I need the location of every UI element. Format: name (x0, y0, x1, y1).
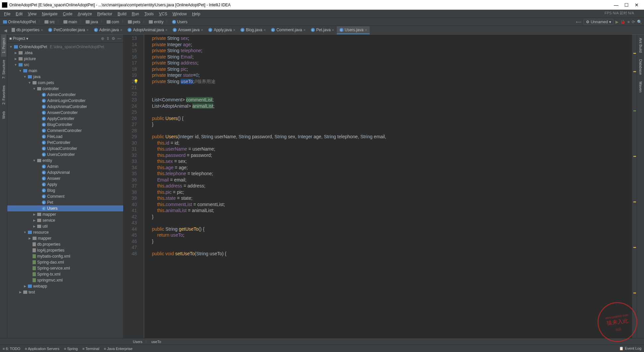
tree-item-comment[interactable]: CComment (7, 193, 123, 199)
project-gear-icon[interactable]: ⚙ (112, 36, 115, 41)
stop-button[interactable]: ■ (627, 20, 630, 24)
menu-build[interactable]: Build (116, 11, 129, 17)
tree-item--idea[interactable]: ▶.idea (7, 50, 123, 56)
maximize-button[interactable]: ☐ (624, 2, 629, 8)
tab-close-icon[interactable]: × (264, 28, 266, 32)
code-editor[interactable]: 13141516171819💡2021222324252627282930313… (124, 35, 637, 338)
breadcrumb-item[interactable]: OnlineAdoptPet (2, 19, 37, 25)
project-hide-icon[interactable]: — (117, 36, 121, 41)
update-button[interactable]: ⟳ (632, 20, 635, 24)
breadcrumb-item[interactable]: src (44, 19, 56, 25)
tree-item-webapp[interactable]: ▶webapp (7, 283, 123, 289)
breadcrumb-item[interactable]: C Users (171, 19, 188, 25)
breadcrumb-item[interactable]: pets (127, 19, 141, 25)
menu-run[interactable]: Run (130, 11, 141, 17)
tree-item-pet[interactable]: CPet (7, 199, 123, 205)
tree-item-test[interactable]: ▶test (7, 289, 123, 295)
tree-item-picture[interactable]: ▶picture (7, 56, 123, 62)
tab-scroll-left[interactable]: ◀ (2, 27, 9, 34)
tab-users-java[interactable]: CUsers.java× (337, 26, 370, 34)
left-tab----favorites[interactable]: 2: Favorites (1, 82, 6, 108)
menu-help[interactable]: Help (190, 11, 202, 17)
tree-item-java[interactable]: ▼java (7, 74, 123, 80)
tree-item-spring-service-xml[interactable]: Spring-service.xml (7, 265, 123, 271)
event-log-button[interactable]: 📋 Event Log (619, 346, 641, 351)
tab-pet-java[interactable]: CPet.java× (308, 26, 337, 34)
menu-file[interactable]: File (2, 11, 12, 17)
tree-item-fileload[interactable]: CFileLoad (7, 134, 123, 140)
left-tab----project[interactable]: 1: Project (1, 35, 6, 57)
menu-refactor[interactable]: Refactor (95, 11, 114, 17)
tree-item-entity[interactable]: ▼entity (7, 158, 123, 164)
editor-breadcrumb-item[interactable]: Users (133, 340, 142, 344)
bottom-tab-terminal[interactable]: ≡ Terminal (82, 347, 99, 351)
tab-close-icon[interactable]: × (233, 28, 235, 32)
tree-item-blog[interactable]: CBlog (7, 187, 123, 193)
tab-close-icon[interactable]: × (120, 28, 122, 32)
menu-tools[interactable]: Tools (142, 11, 156, 17)
tab-close-icon[interactable]: × (165, 28, 167, 32)
lightbulb-icon[interactable]: 💡 (134, 78, 138, 85)
tree-item-util[interactable]: ▶util (7, 223, 123, 229)
tree-item-springmvc-xml[interactable]: springmvc.xml (7, 277, 123, 283)
tab-close-icon[interactable]: × (332, 28, 334, 32)
bottom-tab-java-enterprise[interactable]: ≡ Java Enterprise (104, 347, 133, 351)
menu-vcs[interactable]: VCS (157, 11, 169, 17)
tab-db-properties[interactable]: db.properties× (9, 26, 46, 34)
project-view-dropdown[interactable]: ■ Project ▾ (9, 36, 28, 41)
breadcrumb-item[interactable]: entity (148, 19, 164, 25)
tree-item-admincontroller[interactable]: CAdminController (7, 92, 123, 98)
right-tab-database[interactable]: Database (638, 56, 643, 78)
tree-item-users[interactable]: CUsers (7, 205, 123, 211)
project-tree[interactable]: ▼OnlineAdoptPetE:\idea_space\OnlineAdopt… (7, 43, 123, 338)
tab-blog-java[interactable]: CBlog.java× (238, 26, 268, 34)
tree-item-src[interactable]: ▼src (7, 62, 123, 68)
menu-window[interactable]: Window (170, 11, 189, 17)
menu-code[interactable]: Code (61, 11, 74, 17)
tree-item-adoptanimalcontroller[interactable]: CAdoptAnimalController (7, 104, 123, 110)
tree-item-onlineadoptpet[interactable]: ▼OnlineAdoptPetE:\idea_space\OnlineAdopt… (7, 44, 123, 50)
breadcrumb-item[interactable]: main (62, 19, 78, 25)
left-tab----structure[interactable]: 7: Structure (1, 57, 6, 82)
bottom-tab-application-servers[interactable]: ≡ Application Servers (25, 347, 59, 351)
tree-item-commentcontroller[interactable]: CCommentController (7, 128, 123, 134)
right-tab-maven[interactable]: Maven (638, 78, 643, 96)
right-tab-ant-build[interactable]: Ant Build (638, 35, 643, 56)
tree-item-main[interactable]: ▼main (7, 68, 123, 74)
tree-item-mybatis-config-xml[interactable]: mybatis-config.xml (7, 253, 123, 259)
editor-scrollbar[interactable] (632, 35, 637, 338)
menu-view[interactable]: View (26, 11, 39, 17)
tree-item-userscontroller[interactable]: CUsersController (7, 152, 123, 158)
tree-item-answer[interactable]: CAnswer (7, 176, 123, 181)
tree-item-answercontroller[interactable]: CAnswerController (7, 110, 123, 116)
tab-close-icon[interactable]: × (86, 28, 88, 32)
tab-apply-java[interactable]: CApply.java× (206, 26, 238, 34)
tree-item-spring-dao-xml[interactable]: Spring-dao.xml (7, 259, 123, 265)
debug-button[interactable]: 🐞 (620, 20, 625, 24)
project-collapse-icon[interactable]: ⇕ (106, 36, 110, 41)
tree-item-resource[interactable]: ▼resource (7, 229, 123, 235)
tree-item-com-pets[interactable]: ▼com.pets (7, 80, 123, 86)
back-button[interactable]: ⟵ (576, 20, 582, 24)
tree-item-adminlogincontroller[interactable]: CAdminLoginController (7, 98, 123, 104)
menu-navigate[interactable]: Navigate (40, 11, 59, 17)
tab-adoptanimal-java[interactable]: CAdoptAnimal.java× (125, 26, 170, 34)
tree-item-log4j-properties[interactable]: log4j.properties (7, 247, 123, 253)
run-config-dropdown[interactable]: ⚙ Unnamed ▾ (584, 19, 613, 25)
tree-item-petcontroller[interactable]: CPetController (7, 140, 123, 146)
tab-close-icon[interactable]: × (365, 28, 367, 32)
tree-item-spring-tx-xml[interactable]: Spring-tx.xml (7, 271, 123, 277)
search-button[interactable]: 🔍 (637, 20, 642, 24)
tab-close-icon[interactable]: × (201, 28, 203, 32)
tree-item-service[interactable]: ▶service (7, 217, 123, 223)
close-button[interactable]: ✕ (635, 2, 639, 8)
tree-item-mapper[interactable]: ▶mapper (7, 235, 123, 241)
minimize-button[interactable]: — (614, 2, 618, 8)
bottom-tab----todo[interactable]: ≡ 6: TODO (3, 347, 20, 351)
tab-petcontroller-java[interactable]: CPetController.java× (46, 26, 91, 34)
tree-item-admin[interactable]: CAdmin (7, 164, 123, 170)
tree-item-controller[interactable]: ▼controller (7, 86, 123, 92)
menu-edit[interactable]: Edit (14, 11, 25, 17)
tab-close-icon[interactable]: × (41, 28, 43, 32)
run-button[interactable]: ▶ (615, 20, 618, 24)
